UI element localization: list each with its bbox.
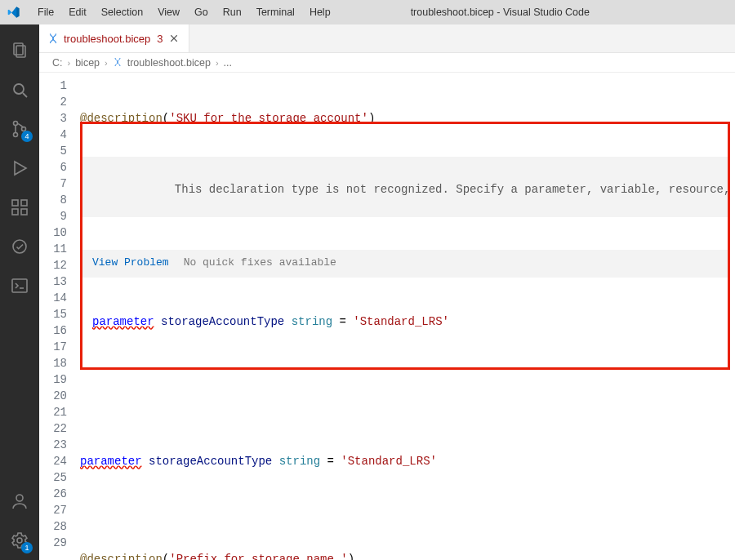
breadcrumbs[interactable]: C: › bicep › troubleshoot.bicep › ... (39, 53, 735, 73)
activity-bar: 4 1 (0, 24, 39, 560)
menu-run[interactable]: Run (216, 3, 248, 21)
run-debug-icon[interactable] (0, 149, 39, 188)
extensions-icon[interactable] (0, 188, 39, 227)
svg-rect-8 (12, 200, 18, 206)
accounts-icon[interactable] (0, 482, 39, 521)
menu-file[interactable]: File (31, 3, 60, 21)
problem-hover: This declaration type is not recognized.… (80, 122, 730, 370)
terminal-panel-icon[interactable] (0, 266, 39, 305)
problem-actions: View Problem No quick fixes available (82, 250, 728, 278)
svg-point-2 (14, 84, 24, 94)
settings-badge: 1 (21, 542, 33, 553)
breadcrumb-folder[interactable]: bicep (75, 57, 100, 69)
svg-point-5 (14, 133, 18, 137)
chevron-right-icon: › (68, 58, 71, 68)
settings-gear-icon[interactable]: 1 (0, 521, 39, 560)
chevron-right-icon: › (105, 58, 108, 68)
bicep-file-icon (47, 32, 59, 46)
problem-source-line: parameter storageAccountType string = 'S… (82, 310, 728, 335)
breadcrumb-file[interactable]: troubleshoot.bicep (127, 57, 211, 69)
scm-badge: 4 (21, 131, 33, 142)
tab-problem-count: 3 (157, 33, 163, 45)
line-number-gutter: 1 2 3 4 5 6 7 8 9 10 11 12 13 14 15 16 1… (39, 73, 78, 560)
code-content[interactable]: @description('SKU for the storage accoun… (78, 73, 735, 560)
view-problem-link[interactable]: View Problem (92, 255, 169, 271)
search-icon[interactable] (0, 70, 39, 109)
code-editor[interactable]: 1 2 3 4 5 6 7 8 9 10 11 12 13 14 15 16 1… (39, 73, 735, 560)
svg-rect-9 (12, 209, 18, 215)
menu-selection[interactable]: Selection (95, 3, 149, 21)
menu-view[interactable]: View (151, 3, 186, 21)
no-quickfix-label: No quick fixes available (184, 255, 336, 271)
svg-rect-11 (21, 200, 27, 206)
menu-help[interactable]: Help (303, 3, 337, 21)
svg-rect-13 (12, 279, 27, 292)
vscode-logo-icon (7, 5, 21, 20)
svg-point-16 (17, 538, 22, 543)
breadcrumb-trail[interactable]: ... (224, 57, 232, 69)
source-control-icon[interactable]: 4 (0, 109, 39, 149)
menubar: File Edit Selection View Go Run Terminal… (31, 3, 337, 21)
menu-terminal[interactable]: Terminal (250, 3, 301, 21)
editor-group: troubleshoot.bicep 3 C: › bicep › troubl… (39, 24, 735, 560)
problem-message: This declaration type is not recognized.… (82, 157, 728, 217)
svg-marker-7 (15, 162, 26, 175)
svg-rect-1 (16, 46, 25, 57)
editor-tab[interactable]: troubleshoot.bicep 3 (39, 24, 189, 52)
bicep-file-icon (113, 56, 122, 69)
svg-point-15 (16, 495, 23, 501)
breadcrumb-drive[interactable]: C: (52, 57, 63, 69)
close-tab-icon[interactable] (167, 32, 180, 45)
chevron-right-icon: › (216, 58, 219, 68)
menu-edit[interactable]: Edit (62, 3, 93, 21)
tab-bar: troubleshoot.bicep 3 (39, 24, 735, 53)
svg-rect-0 (14, 43, 23, 55)
svg-point-12 (13, 240, 26, 253)
explorer-icon[interactable] (0, 31, 39, 70)
titlebar: File Edit Selection View Go Run Terminal… (0, 0, 735, 24)
svg-line-3 (23, 93, 27, 97)
window-title: troubleshoot.bicep - Visual Studio Code (337, 7, 728, 18)
tab-filename: troubleshoot.bicep (64, 33, 150, 45)
svg-rect-10 (21, 209, 27, 215)
menu-go[interactable]: Go (188, 3, 215, 21)
testing-icon[interactable] (0, 227, 39, 266)
svg-point-4 (14, 122, 18, 126)
